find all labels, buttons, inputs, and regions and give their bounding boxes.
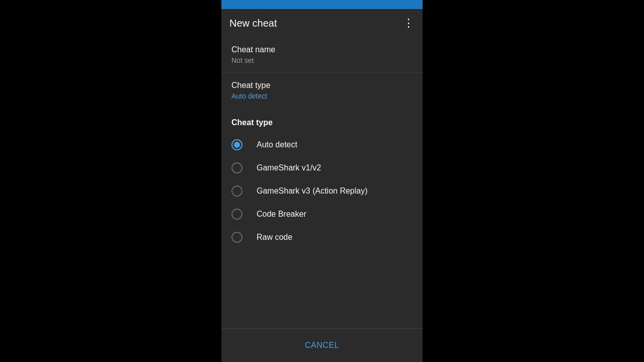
radio-circle-raw-code <box>231 232 243 243</box>
cheat-name-value: Not set <box>231 56 413 64</box>
radio-item-auto-detect[interactable]: Auto detect <box>225 133 419 156</box>
radio-circle-code-breaker <box>231 209 243 220</box>
radio-inner-auto-detect <box>234 142 240 148</box>
radio-item-code-breaker[interactable]: Code Breaker <box>225 203 419 226</box>
right-background <box>423 0 644 362</box>
radio-item-gameshark-v1v2[interactable]: GameShark v1/v2 <box>225 156 419 179</box>
more-options-icon[interactable]: ⋮ <box>403 17 415 30</box>
radio-circle-gameshark-v1v2 <box>231 162 243 173</box>
radio-circle-auto-detect <box>231 139 243 150</box>
footer: Cancel <box>221 328 423 362</box>
radio-item-gameshark-v3[interactable]: GameShark v3 (Action Replay) <box>225 179 419 203</box>
cheat-type-section-header: Cheat type <box>221 108 423 133</box>
radio-label-code-breaker: Code Breaker <box>257 210 306 219</box>
radio-list: Auto detect GameShark v1/v2 GameShark v3… <box>221 133 423 249</box>
cheat-type-value: Auto detect <box>231 92 413 100</box>
status-bar <box>221 0 423 9</box>
cheat-type-label: Cheat type <box>231 81 413 90</box>
radio-label-raw-code: Raw code <box>257 233 292 242</box>
cheat-name-item[interactable]: Cheat name Not set <box>221 37 423 72</box>
app-bar-title: New cheat <box>229 18 277 29</box>
cheat-type-item[interactable]: Cheat type Auto detect <box>221 73 423 108</box>
left-background <box>0 0 221 362</box>
phone-container: New cheat ⋮ Cheat name Not set Cheat typ… <box>221 0 423 362</box>
radio-label-auto-detect: Auto detect <box>257 140 297 149</box>
cancel-button[interactable]: Cancel <box>293 337 351 354</box>
cheat-name-label: Cheat name <box>231 45 413 54</box>
radio-label-gameshark-v3: GameShark v3 (Action Replay) <box>257 187 368 196</box>
radio-item-raw-code[interactable]: Raw code <box>225 226 419 249</box>
radio-circle-gameshark-v3 <box>231 186 243 197</box>
app-bar: New cheat ⋮ <box>221 9 423 37</box>
radio-label-gameshark-v1v2: GameShark v1/v2 <box>257 163 321 172</box>
